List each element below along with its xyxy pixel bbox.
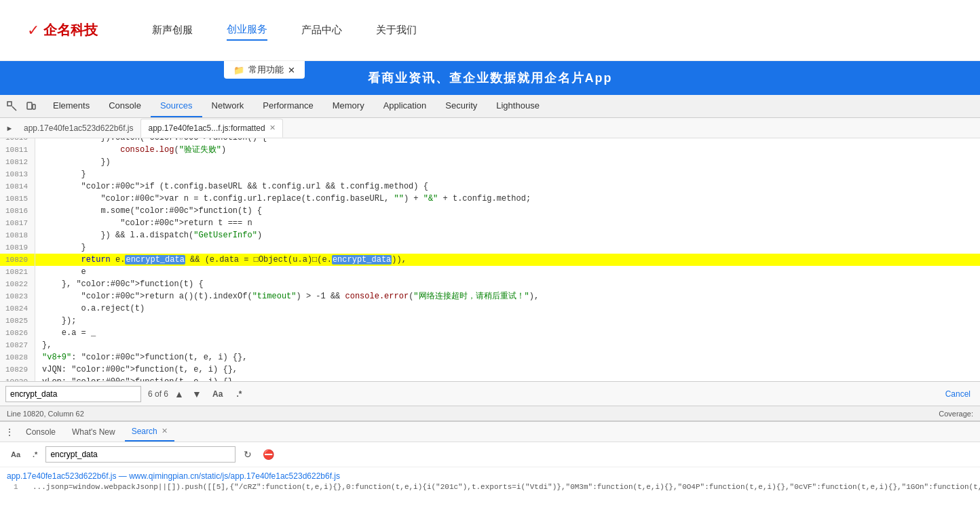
code-line: 10824 o.a.reject(t) <box>0 302 980 315</box>
file-tab-1-close-icon[interactable]: ✕ <box>269 123 276 132</box>
search-result-text: ...jsonp=window.webpackJsonp||[]).push([… <box>33 483 980 491</box>
tab-memory[interactable]: Memory <box>323 95 374 117</box>
nav-item-3[interactable]: 关于我们 <box>376 20 417 40</box>
bottom-tab-search-label: Search <box>132 427 157 436</box>
line-number: 10829 <box>0 364 35 376</box>
bottom-tab-search-close-icon[interactable]: ✕ <box>162 427 168 435</box>
code-line: 10820 return e.encrypt_data && (e.data =… <box>0 254 980 266</box>
search-clear-icon[interactable]: ⛔ <box>260 446 276 463</box>
tab-lighthouse[interactable]: Lighthouse <box>487 95 549 117</box>
bottom-tab-whatsnew[interactable]: What's New <box>65 423 122 442</box>
find-cancel-button[interactable]: Cancel <box>941 389 975 399</box>
line-number: 10818 <box>0 229 35 241</box>
tab-security[interactable]: Security <box>436 95 487 117</box>
bottom-panel-menu-icon[interactable]: ⋮ <box>3 425 16 439</box>
line-number: 10825 <box>0 315 35 327</box>
bottom-panel: ⋮ Console What's New Search ✕ Aa .* ↻ ⛔ <box>0 420 980 529</box>
line-number: 10822 <box>0 278 35 290</box>
code-line: 10830vLep: "color:#00c">function(t, e, i… <box>0 376 980 381</box>
line-number: 10830 <box>0 376 35 381</box>
search-match-case-button[interactable]: Aa <box>7 448 24 461</box>
inspect-element-icon[interactable] <box>3 97 22 116</box>
line-content: }) && l.a.dispatch("GetUserInfo") <box>35 229 262 241</box>
line-content: "color:#00c">var n = t.config.url.replac… <box>35 193 531 205</box>
status-line-col: Line 10820, Column 62 <box>7 410 84 418</box>
search-input[interactable] <box>45 446 235 463</box>
line-content: "color:#00c">if (t.config.baseURL && t.c… <box>35 180 428 193</box>
tab-network[interactable]: Network <box>202 95 254 117</box>
code-line: 10816 m.some("color:#00c">function(t) { <box>0 205 980 217</box>
line-content: }, <box>35 339 52 351</box>
line-content: e <box>35 266 86 278</box>
find-next-icon[interactable]: ▼ <box>190 386 204 402</box>
devtools-tabs: Elements Console Sources Network Perform… <box>43 95 549 117</box>
search-refresh-icon[interactable]: ↻ <box>240 446 256 463</box>
line-number: 10815 <box>0 193 35 205</box>
nav-menu: 新声创服 创业服务 产品中心 关于我们 <box>152 20 417 41</box>
nav-item-0[interactable]: 新声创服 <box>152 20 193 40</box>
status-coverage: Coverage: <box>939 410 973 418</box>
file-tabs: ► app.17e40fe1ac523d622b6f.js app.17e40f… <box>0 118 980 138</box>
search-regex-button[interactable]: .* <box>29 448 41 461</box>
tab-elements[interactable]: Elements <box>43 95 99 117</box>
line-number: 10812 <box>0 156 35 168</box>
file-tab-1[interactable]: app.17e40fe1ac5...f.js:formatted ✕ <box>140 119 282 138</box>
file-tab-0-label: app.17e40fe1ac523d622b6f.js <box>24 123 133 133</box>
tab-sources[interactable]: Sources <box>151 95 202 117</box>
line-content: }).catch("color:#00c">function() { <box>35 138 267 144</box>
find-match-case-button[interactable]: Aa <box>208 386 227 402</box>
line-number: 10810 <box>0 138 35 144</box>
code-scroll[interactable]: 10809 location.reload()10810 }).catch("c… <box>0 138 980 381</box>
line-content: e.a = _ <box>35 327 96 339</box>
line-content: m.some("color:#00c">function(t) { <box>35 205 262 217</box>
website-header: ✓ 企名科技 新声创服 创业服务 产品中心 关于我们 <box>0 0 980 61</box>
line-number: 10820 <box>0 254 35 266</box>
bottom-tab-console-label: Console <box>26 427 56 437</box>
code-line: 10814 "color:#00c">if (t.config.baseURL … <box>0 180 980 193</box>
line-content: o.a.reject(t) <box>35 302 145 315</box>
tab-performance[interactable]: Performance <box>253 95 322 117</box>
nav-item-1[interactable]: 创业服务 <box>227 20 267 41</box>
file-tab-0[interactable]: app.17e40fe1ac523d622b6f.js <box>16 119 140 138</box>
banner: 📁 常用功能 ✕ 看商业资讯、查企业数据就用企名片App <box>0 61 980 95</box>
bottom-tabs: ⋮ Console What's New Search ✕ <box>0 422 980 442</box>
code-line: 10819 } <box>0 241 980 254</box>
device-toolbar-icon[interactable] <box>22 97 41 116</box>
banner-tab[interactable]: 📁 常用功能 ✕ <box>224 61 305 79</box>
line-content: }); <box>35 315 76 327</box>
line-number: 10813 <box>0 168 35 180</box>
file-tab-back-icon[interactable]: ► <box>3 121 16 135</box>
logo-icon: ✓ <box>27 22 39 39</box>
code-line: 10822 }, "color:#00c">function(t) { <box>0 278 980 290</box>
code-line: 10818 }) && l.a.dispatch("GetUserInfo") <box>0 229 980 241</box>
banner-tab-icon: 📁 <box>233 65 244 75</box>
code-area: 10809 location.reload()10810 }).catch("c… <box>0 138 980 420</box>
find-input[interactable] <box>5 386 141 402</box>
search-panel: Aa .* ↻ ⛔ app.17e40fe1ac523d622b6f.js — … <box>0 442 980 529</box>
bottom-tab-console[interactable]: Console <box>19 423 62 442</box>
code-line: 10825 }); <box>0 315 980 327</box>
code-line: 10812 }) <box>0 156 980 168</box>
code-line: 10811 console.log("验证失败") <box>0 144 980 156</box>
search-result-row[interactable]: 1 ...jsonp=window.webpackJsonp||[]).push… <box>0 482 980 492</box>
line-content: } <box>35 241 86 254</box>
line-number: 10827 <box>0 339 35 351</box>
search-file-result[interactable]: app.17e40fe1ac523d622b6f.js — www.qiming… <box>0 470 980 482</box>
tab-application[interactable]: Application <box>374 95 436 117</box>
line-content: } <box>35 168 86 180</box>
line-content: }) <box>35 156 111 168</box>
search-file-label: app.17e40fe1ac523d622b6f.js — www.qiming… <box>7 471 340 481</box>
line-number: 10823 <box>0 290 35 302</box>
line-content: "v8+9": "color:#00c">function(t, e, i) {… <box>35 351 247 364</box>
banner-tab-close-icon[interactable]: ✕ <box>288 65 295 75</box>
code-line: 10828"v8+9": "color:#00c">function(t, e,… <box>0 351 980 364</box>
find-regex-button[interactable]: .* <box>231 386 246 402</box>
line-number: 10817 <box>0 217 35 229</box>
bottom-tab-search[interactable]: Search ✕ <box>125 423 174 442</box>
svg-rect-2 <box>33 104 35 109</box>
line-content: console.log("验证失败") <box>35 144 226 156</box>
find-prev-icon[interactable]: ▲ <box>172 386 186 402</box>
find-bar: 6 of 6 ▲ ▼ Aa .* Cancel <box>0 381 980 406</box>
tab-console[interactable]: Console <box>99 95 151 117</box>
nav-item-2[interactable]: 产品中心 <box>301 20 342 40</box>
